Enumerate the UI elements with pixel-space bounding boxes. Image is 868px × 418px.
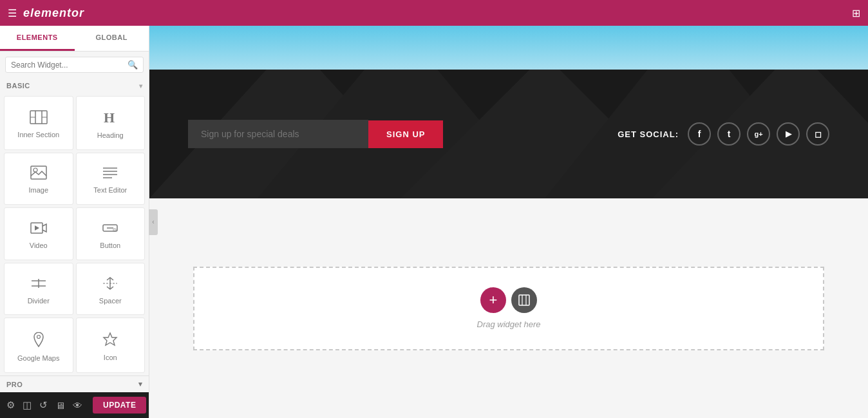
pro-label-text: PRO [6,381,23,388]
button-label: Button [100,242,120,249]
heading-label: Heading [97,131,124,139]
sky-section [149,26,868,70]
social-row: GET SOCIAL: f t g+ ▶ ◻ [618,122,829,146]
search-bar: 🔍 [5,57,144,73]
svg-marker-13 [35,225,39,231]
history-icon[interactable]: ↺ [39,399,48,411]
inner-section-label: Inner Section [17,131,59,138]
top-bar: ☰ elementor ⊞ [0,0,868,26]
main-layout: ELEMENTS GLOBAL 🔍 BASIC ▾ [0,26,868,418]
divider-icon [30,276,47,293]
eye-icon[interactable]: 👁 [73,400,82,411]
social-twitter-icon[interactable]: t [717,122,741,146]
svg-point-23 [37,336,40,339]
widget-divider[interactable]: Divider [4,263,73,316]
image-icon [30,166,47,182]
social-label-text: GET SOCIAL: [618,129,679,139]
basic-section-label[interactable]: BASIC ▾ [0,78,149,93]
social-googleplus-icon[interactable]: g+ [747,122,770,146]
widget-google-maps[interactable]: Google Maps [4,318,73,373]
signup-input[interactable] [188,120,368,148]
elementor-logo: elementor [23,6,84,20]
svg-rect-6 [31,166,46,179]
video-label: Video [30,242,48,249]
sidebar-tabs: ELEMENTS GLOBAL [0,26,149,52]
signup-button[interactable]: SIGN UP [368,120,443,148]
drop-zone-text: Drag widget here [477,319,541,329]
white-section: + Drag widget here [149,198,868,418]
canvas-area: SIGN UP GET SOCIAL: f t g+ ▶ ◻ + [149,26,868,418]
bottom-toolbar: ⚙ ◫ ↺ 🖥 👁 UPDATE ▲ [0,392,149,418]
spacer-icon [102,276,118,293]
pro-section-label[interactable]: PRO ▾ [0,375,149,392]
hamburger-icon[interactable]: ☰ [8,7,17,19]
google-maps-icon [31,331,46,350]
grid-icon[interactable]: ⊞ [852,7,860,19]
social-instagram-icon[interactable]: ◻ [806,122,829,146]
text-editor-icon [102,166,118,182]
image-label: Image [28,186,48,194]
signup-row: SIGN UP [188,120,443,148]
basic-label-text: BASIC [6,82,30,90]
add-widget-button[interactable]: + [480,287,506,313]
desktop-icon[interactable]: 🖥 [55,400,65,411]
widget-image[interactable]: Image [4,153,73,205]
button-icon [102,221,118,238]
drop-zone-icons: + [480,287,537,313]
sidebar: ELEMENTS GLOBAL 🔍 BASIC ▾ [0,26,149,418]
spacer-label: Spacer [99,297,122,305]
add-layout-button[interactable] [511,287,537,313]
widget-text-editor[interactable]: Text Editor [76,153,146,205]
collapse-panel-handle[interactable]: ‹ [149,209,158,235]
social-youtube-icon[interactable]: ▶ [777,122,800,146]
drop-zone[interactable]: + Drag widget here [193,267,824,350]
widget-heading[interactable]: H Heading [76,96,146,150]
widget-icon[interactable]: Icon [76,318,146,373]
dark-section: SIGN UP GET SOCIAL: f t g+ ▶ ◻ [149,70,868,198]
svg-marker-24 [104,333,117,345]
search-icon: 🔍 [127,60,138,70]
text-editor-label: Text Editor [93,186,127,194]
tab-global[interactable]: GLOBAL [75,26,149,51]
widget-button[interactable]: Button [76,207,146,260]
pro-chevron-icon: ▾ [138,380,143,388]
tab-elements[interactable]: ELEMENTS [0,26,75,51]
update-button[interactable]: UPDATE [93,397,146,413]
svg-rect-30 [519,295,529,305]
heading-icon: H [102,109,118,128]
widget-spacer[interactable]: Spacer [76,263,146,316]
svg-text:H: H [104,109,115,125]
inner-section-icon [30,110,48,127]
basic-chevron-icon: ▾ [139,82,143,90]
video-icon [30,221,47,238]
google-maps-label: Google Maps [17,354,59,362]
icon-widget-icon [102,332,118,350]
widget-inner-section[interactable]: Inner Section [4,96,73,150]
divider-label: Divider [28,297,50,305]
widget-grid: Inner Section H Heading [0,93,149,375]
gear-icon[interactable]: ⚙ [6,399,15,411]
widget-video[interactable]: Video [4,207,73,260]
search-input[interactable] [11,61,127,70]
icon-label: Icon [104,354,117,361]
social-facebook-icon[interactable]: f [688,122,711,146]
layers-icon[interactable]: ◫ [23,399,32,411]
